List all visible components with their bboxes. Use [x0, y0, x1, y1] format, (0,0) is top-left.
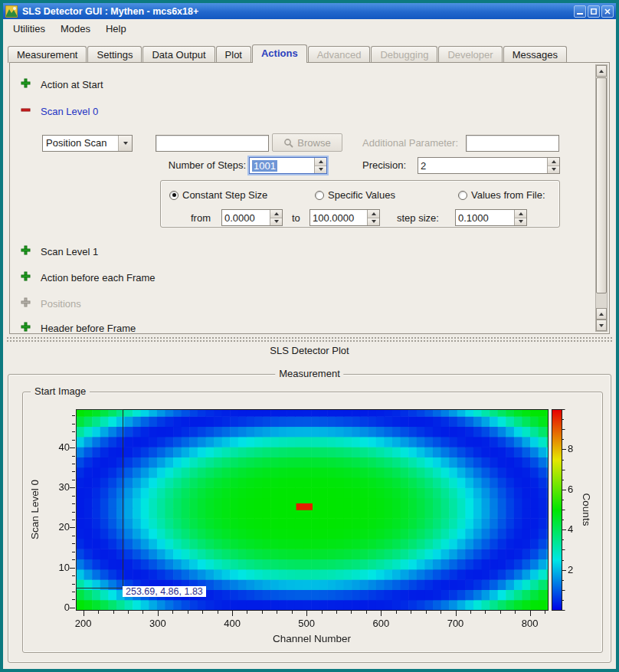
spin-up-button[interactable]: [315, 158, 326, 166]
radio-values-from-file[interactable]: Values from File:: [458, 189, 545, 201]
precision-value: 2: [421, 160, 426, 172]
y-tick-label: 30: [41, 481, 70, 493]
spin-down-button[interactable]: [270, 218, 282, 226]
radio-dot: [169, 191, 178, 200]
plot-dock-title: SLS Detector Plot: [3, 345, 616, 359]
step-size-value: 0.1000: [458, 212, 489, 224]
action-before-each-frame-label[interactable]: Action before each Frame: [41, 272, 156, 284]
colorbar-tick-label: 8: [568, 443, 573, 454]
scroll-down-button[interactable]: [596, 320, 607, 331]
minimize-button[interactable]: [574, 5, 586, 18]
header-before-frame-label[interactable]: Header before Frame: [41, 323, 136, 334]
browse-label: Browse: [297, 137, 330, 149]
scroll-up-button[interactable]: [596, 65, 607, 77]
scan-file-input[interactable]: [156, 135, 269, 152]
radio-dot: [315, 191, 324, 200]
y-axis-title: Scan Level 0: [29, 480, 41, 539]
colorbar-tick-label: 2: [568, 564, 573, 575]
radio-constant-label: Constant Step Size: [182, 189, 267, 201]
tab-debugging[interactable]: Debugging: [371, 46, 437, 63]
x-tick-label: 500: [293, 618, 319, 629]
y-tick-label: 0: [41, 602, 70, 613]
scrollbar-thumb[interactable]: [596, 77, 607, 293]
tab-actions[interactable]: Actions: [252, 44, 307, 63]
spin-up-button[interactable]: [548, 158, 559, 166]
menu-modes[interactable]: Modes: [54, 21, 97, 37]
expand-plus-icon[interactable]: [21, 245, 31, 256]
tab-plot[interactable]: Plot: [216, 46, 251, 63]
radio-file-label: Values from File:: [471, 189, 545, 201]
tab-messages[interactable]: Messages: [503, 46, 567, 63]
radio-constant-step-size[interactable]: Constant Step Size: [169, 189, 267, 201]
precision-spinbox[interactable]: 2: [418, 157, 560, 174]
chevron-down-icon: [118, 136, 132, 151]
colorbar-tick-label: 4: [568, 523, 573, 535]
spin-down-button[interactable]: [315, 166, 326, 174]
spin-down-button[interactable]: [515, 218, 526, 226]
step-size-label: step size:: [397, 212, 439, 224]
from-value: 0.0000: [224, 212, 255, 224]
spin-up-button[interactable]: [368, 210, 379, 218]
number-of-steps-spinbox[interactable]: 1001: [249, 157, 327, 174]
close-icon: [604, 8, 611, 15]
radio-dot: [458, 191, 467, 200]
to-label: to: [292, 212, 300, 224]
step-mode-groupbox: Constant Step Size Specific Values Value…: [160, 180, 560, 228]
additional-parameter-input[interactable]: [466, 135, 559, 152]
scan-level-0-label[interactable]: Scan Level 0: [41, 106, 98, 117]
tab-bar: Measurement Settings Data Output Plot Ac…: [8, 44, 611, 63]
spin-up-button[interactable]: [515, 210, 526, 218]
splitter-handle[interactable]: [3, 334, 616, 345]
additional-parameter-label: Additional Parameter:: [362, 137, 458, 149]
radio-specific-values[interactable]: Specific Values: [315, 189, 395, 201]
y-tick-label: 20: [41, 521, 70, 533]
close-button[interactable]: [601, 5, 614, 18]
menu-help[interactable]: Help: [99, 21, 133, 37]
scan-level-1-label[interactable]: Scan Level 1: [41, 246, 98, 257]
tab-advanced[interactable]: Advanced: [308, 46, 371, 63]
expand-plus-icon[interactable]: [21, 78, 31, 89]
precision-label: Precision:: [362, 159, 406, 171]
application-window: SLS Detector GUI : Mythen - mcs6x18+ Uti…: [0, 0, 619, 672]
x-tick-label: 700: [443, 618, 469, 629]
collapse-minus-icon[interactable]: [21, 105, 31, 116]
plot-area: 253.69, 4.86, 1.83 Scan Level 0 Channel …: [24, 393, 601, 651]
y-tick-label: 40: [41, 441, 70, 453]
title-bar[interactable]: SLS Detector GUI : Mythen - mcs6x18+: [3, 3, 616, 19]
colorbar-tick-label: 6: [568, 484, 573, 495]
x-tick-label: 800: [517, 618, 543, 629]
radio-specific-label: Specific Values: [328, 189, 395, 201]
tab-data-output[interactable]: Data Output: [142, 46, 215, 63]
colorbar-title: Counts: [581, 493, 592, 526]
app-icon: [5, 5, 18, 18]
to-spinbox[interactable]: 100.0000: [310, 209, 380, 226]
cursor-readout: 253.69, 4.86, 1.83: [123, 586, 206, 597]
x-tick-label: 600: [368, 618, 394, 629]
zoom-selection-rect: [76, 409, 123, 588]
expand-plus-icon[interactable]: [21, 271, 31, 282]
spin-up-button[interactable]: [270, 210, 282, 218]
from-spinbox[interactable]: 0.0000: [221, 209, 283, 226]
maximize-button[interactable]: [588, 5, 600, 18]
maximize-icon: [591, 8, 597, 15]
menu-utilities[interactable]: Utilities: [6, 21, 52, 37]
spin-down-button[interactable]: [368, 218, 379, 226]
menu-bar: Utilities Modes Help: [3, 19, 616, 38]
tab-settings[interactable]: Settings: [87, 46, 142, 63]
step-size-spinbox[interactable]: 0.1000: [455, 209, 527, 226]
expand-plus-icon-disabled: [21, 297, 31, 308]
tab-measurement[interactable]: Measurement: [8, 46, 87, 63]
scroll-up-button[interactable]: [596, 308, 607, 320]
window-controls: [574, 5, 614, 18]
tab-developer[interactable]: Developer: [438, 46, 502, 63]
expand-plus-icon[interactable]: [21, 322, 31, 333]
vertical-scrollbar[interactable]: [595, 64, 608, 332]
x-tick-label: 200: [70, 618, 97, 629]
spin-down-button[interactable]: [548, 166, 559, 174]
number-of-steps-label: Number of Steps:: [123, 159, 246, 171]
browse-button[interactable]: Browse: [272, 133, 342, 152]
action-at-start-label[interactable]: Action at Start: [41, 79, 103, 90]
scan-mode-combo[interactable]: Position Scan: [42, 135, 133, 152]
x-tick-label: 400: [219, 618, 245, 629]
browse-icon: [283, 138, 293, 148]
